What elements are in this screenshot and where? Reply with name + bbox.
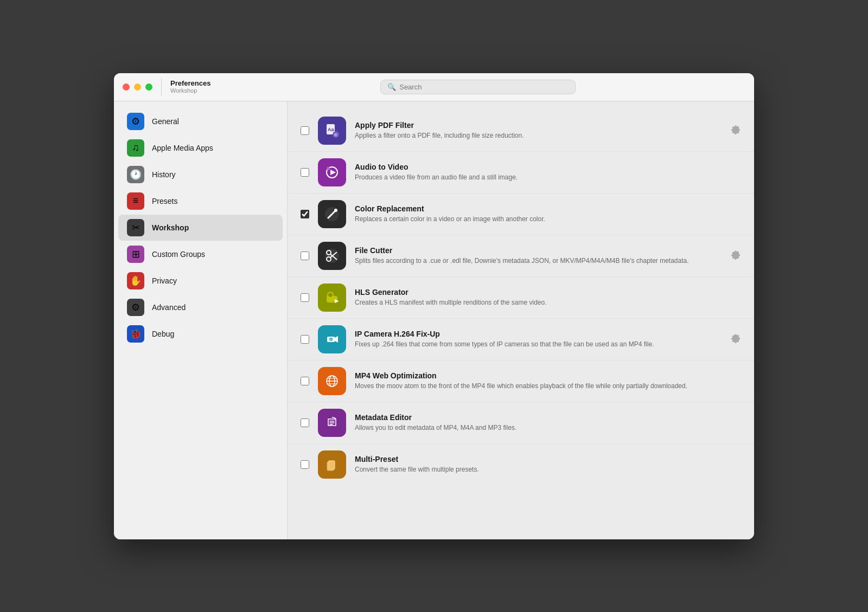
- desc-hls-generator: Creates a HLS manifest with multiple ren…: [355, 298, 741, 307]
- title-color-replacement: Color Replacement: [355, 204, 741, 213]
- icon-ip-camera: ?: [318, 325, 346, 353]
- icon-mp4-web-opt: [318, 367, 346, 395]
- item-row-mp4-web-opt: MP4 Web OptimizationMoves the moov atom …: [288, 360, 754, 402]
- item-row-file-cutter: File CutterSplits files according to a .…: [288, 235, 754, 277]
- desc-file-cutter: Splits files according to a .cue or .edl…: [355, 256, 722, 266]
- checkbox-metadata-editor[interactable]: [301, 418, 309, 427]
- desc-color-replacement: Replaces a certain color in a video or a…: [355, 215, 741, 224]
- sidebar-icon-custom-groups: ⊞: [127, 246, 144, 263]
- sidebar-label-presets: Presets: [152, 197, 177, 205]
- item-row-apply-pdf-filter: Aa≡Apply PDF FilterApplies a filter onto…: [288, 110, 754, 152]
- icon-multi-preset: [318, 450, 346, 479]
- sidebar-item-privacy[interactable]: ✋Privacy: [118, 268, 283, 294]
- search-input[interactable]: [399, 83, 569, 91]
- sidebar: ⚙General♫Apple Media Apps🕐History≡Preset…: [114, 101, 288, 539]
- sidebar-icon-apple-media-apps: ♫: [127, 139, 144, 157]
- item-row-multi-preset: Multi-PresetConvert the same file with m…: [288, 444, 754, 485]
- sidebar-label-advanced: Advanced: [152, 303, 186, 312]
- content-area: ⚙General♫Apple Media Apps🕐History≡Preset…: [114, 101, 754, 539]
- sidebar-label-history: History: [152, 170, 176, 179]
- sidebar-label-privacy: Privacy: [152, 276, 177, 285]
- sidebar-icon-debug: 🐞: [127, 325, 144, 343]
- svg-point-6: [327, 167, 330, 170]
- sidebar-item-advanced[interactable]: ⚙Advanced: [118, 294, 283, 320]
- titlebar-text: Preferences Workshop: [170, 79, 210, 95]
- sidebar-item-custom-groups[interactable]: ⊞Custom Groups: [118, 241, 283, 267]
- checkbox-hls-generator[interactable]: [301, 293, 309, 302]
- text-multi-preset: Multi-PresetConvert the same file with m…: [355, 455, 741, 474]
- icon-apply-pdf-filter: Aa≡: [318, 117, 346, 145]
- titlebar: Preferences Workshop 🔍: [114, 73, 754, 101]
- search-input-wrap[interactable]: 🔍: [380, 80, 576, 94]
- text-audio-to-video: Audio to VideoProduces a video file from…: [355, 163, 741, 182]
- desc-apply-pdf-filter: Applies a filter onto a PDF file, includ…: [355, 131, 722, 140]
- item-row-metadata-editor: Metadata EditorAllows you to edit metada…: [288, 402, 754, 444]
- checkbox-file-cutter[interactable]: [301, 252, 309, 260]
- titlebar-divider: [161, 78, 162, 95]
- svg-marker-5: [330, 170, 336, 175]
- sidebar-item-debug[interactable]: 🐞Debug: [118, 321, 283, 347]
- gear-icon-file-cutter[interactable]: [730, 249, 741, 262]
- minimize-button[interactable]: [134, 83, 141, 91]
- icon-file-cutter: [318, 242, 346, 270]
- desc-multi-preset: Convert the same file with multiple pres…: [355, 465, 741, 474]
- title-multi-preset: Multi-Preset: [355, 455, 741, 463]
- sidebar-item-apple-media-apps[interactable]: ♫Apple Media Apps: [118, 135, 283, 161]
- sidebar-icon-workshop: ✂: [127, 219, 144, 236]
- checkbox-ip-camera[interactable]: [301, 335, 309, 344]
- text-metadata-editor: Metadata EditorAllows you to edit metada…: [355, 413, 741, 433]
- checkbox-multi-preset[interactable]: [301, 460, 309, 469]
- title-apply-pdf-filter: Apply PDF Filter: [355, 121, 722, 130]
- sidebar-item-history[interactable]: 🕐History: [118, 162, 283, 188]
- icon-hls-generator: ▶: [318, 284, 346, 312]
- svg-text:≡: ≡: [334, 132, 337, 138]
- sidebar-icon-presets: ≡: [127, 192, 144, 210]
- item-row-ip-camera: ?IP Camera H.264 Fix-UpFixes up .264 fil…: [288, 319, 754, 360]
- search-bar: 🔍: [210, 80, 745, 94]
- main-content: Aa≡Apply PDF FilterApplies a filter onto…: [288, 101, 754, 539]
- fullscreen-button[interactable]: [145, 83, 152, 91]
- title-mp4-web-opt: MP4 Web Optimization: [355, 371, 741, 380]
- text-color-replacement: Color ReplacementReplaces a certain colo…: [355, 204, 741, 224]
- sidebar-label-debug: Debug: [152, 330, 174, 338]
- sidebar-icon-general: ⚙: [127, 113, 144, 130]
- gear-icon-apply-pdf-filter[interactable]: [730, 124, 741, 137]
- gear-icon-ip-camera[interactable]: [730, 332, 741, 346]
- item-row-color-replacement: Color ReplacementReplaces a certain colo…: [288, 194, 754, 235]
- title-ip-camera: IP Camera H.264 Fix-Up: [355, 330, 722, 338]
- text-hls-generator: HLS GeneratorCreates a HLS manifest with…: [355, 288, 741, 307]
- desc-audio-to-video: Produces a video file from an audio file…: [355, 173, 741, 182]
- icon-color-replacement: [318, 200, 346, 228]
- close-button[interactable]: [123, 83, 130, 91]
- sidebar-item-general[interactable]: ⚙General: [118, 108, 283, 134]
- title-audio-to-video: Audio to Video: [355, 163, 741, 171]
- sidebar-icon-advanced: ⚙: [127, 299, 144, 316]
- window-subtitle: Workshop: [170, 87, 210, 94]
- sidebar-item-workshop[interactable]: ✂Workshop: [118, 215, 283, 241]
- sidebar-item-presets[interactable]: ≡Presets: [118, 188, 283, 214]
- checkbox-audio-to-video[interactable]: [301, 168, 309, 177]
- text-apply-pdf-filter: Apply PDF FilterApplies a filter onto a …: [355, 121, 722, 140]
- text-mp4-web-opt: MP4 Web OptimizationMoves the moov atom …: [355, 371, 741, 391]
- svg-point-17: [328, 292, 333, 298]
- svg-text:?: ?: [329, 338, 332, 343]
- item-row-audio-to-video: Audio to VideoProduces a video file from…: [288, 152, 754, 194]
- svg-point-9: [334, 209, 337, 212]
- title-hls-generator: HLS Generator: [355, 288, 741, 297]
- desc-metadata-editor: Allows you to edit metadata of MP4, M4A …: [355, 423, 741, 433]
- desc-ip-camera: Fixes up .264 files that come from some …: [355, 340, 722, 349]
- sidebar-icon-history: 🕐: [127, 166, 144, 183]
- checkbox-mp4-web-opt[interactable]: [301, 377, 309, 385]
- text-ip-camera: IP Camera H.264 Fix-UpFixes up .264 file…: [355, 330, 722, 349]
- checkbox-apply-pdf-filter[interactable]: [301, 126, 309, 135]
- desc-mp4-web-opt: Moves the moov atom to the front of the …: [355, 382, 741, 391]
- checkbox-color-replacement[interactable]: [301, 210, 309, 218]
- text-file-cutter: File CutterSplits files according to a .…: [355, 246, 722, 266]
- sidebar-label-workshop: Workshop: [152, 223, 189, 232]
- svg-text:Aa: Aa: [328, 127, 334, 132]
- svg-text:▶: ▶: [335, 298, 339, 304]
- sidebar-label-apple-media-apps: Apple Media Apps: [152, 144, 213, 152]
- sidebar-label-custom-groups: Custom Groups: [152, 250, 205, 259]
- icon-audio-to-video: [318, 158, 346, 186]
- search-icon: 🔍: [387, 83, 396, 91]
